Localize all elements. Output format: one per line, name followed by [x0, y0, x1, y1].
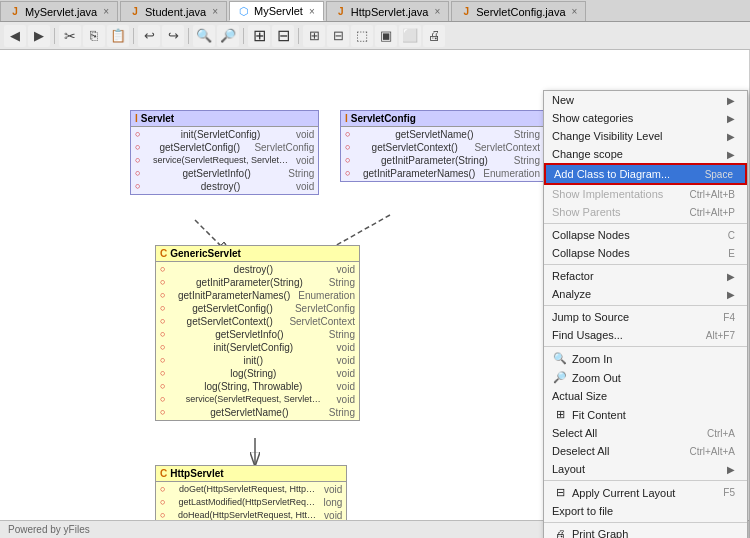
tab-label: Student.java — [145, 6, 206, 18]
remove-btn[interactable]: ⊟ — [272, 25, 294, 47]
sep2 — [133, 28, 134, 44]
tab-httpservlet-java[interactable]: J HttpServlet.java × — [326, 1, 450, 21]
select-btn[interactable]: ▣ — [375, 25, 397, 47]
menu-item-fit-content[interactable]: ⊞ Fit Content — [544, 405, 747, 424]
java-icon: J — [335, 6, 347, 18]
menu-item-add-class[interactable]: Add Class to Diagram... Space — [544, 163, 747, 185]
menu-item-visibility[interactable]: Change Visibility Level ▶ — [544, 127, 747, 145]
genericservlet-class-name: GenericServlet — [170, 248, 241, 259]
menu-item-print-graph[interactable]: 🖨 Print Graph — [544, 525, 747, 538]
menu-item-actual-size[interactable]: Actual Size — [544, 387, 747, 405]
tab-student-java[interactable]: J Student.java × — [120, 1, 227, 21]
cut-btn[interactable]: ✂ — [59, 25, 81, 47]
tab-label: MyServlet.java — [25, 6, 97, 18]
method-row: ○ getServletName() String — [345, 128, 540, 141]
zoom-out-icon: 🔎 — [552, 371, 568, 384]
method-row: ○ getInitParameterNames() Enumeration — [160, 289, 355, 302]
submenu-arrow: ▶ — [727, 95, 735, 106]
method-row: ○ getLastModified(HttpServletReq… long — [160, 496, 342, 509]
menu-item-show-categories[interactable]: Show categories ▶ — [544, 109, 747, 127]
menu-sep-2 — [544, 264, 747, 265]
menu-item-collapse[interactable]: Collapse Nodes C — [544, 226, 747, 244]
servletconfig-header: I ServletConfig — [341, 111, 544, 127]
pointer-btn[interactable]: ⬜ — [399, 25, 421, 47]
menu-item-show-parents: Show Parents Ctrl+Alt+P — [544, 203, 747, 221]
undo-btn[interactable]: ↩ — [138, 25, 160, 47]
method-row: ○ getServletContext() ServletContext — [345, 141, 540, 154]
menu-item-layout[interactable]: Layout ▶ — [544, 460, 747, 478]
tab-close[interactable]: × — [434, 6, 440, 17]
menu-item-apply-layout[interactable]: ⊟ Apply Current Layout F5 — [544, 483, 747, 502]
menu-item-export[interactable]: Export to file — [544, 502, 747, 520]
paste-btn[interactable]: 📋 — [107, 25, 129, 47]
method-row: ○ log(String) void — [160, 367, 355, 380]
menu-item-expand[interactable]: Collapse Nodes E — [544, 244, 747, 262]
menu-item-show-impl: Show Implementations Ctrl+Alt+B — [544, 185, 747, 203]
back-btn[interactable]: ◀ — [4, 25, 26, 47]
fit-icon: ⊞ — [552, 408, 568, 421]
tab-bar: J MyServlet.java × J Student.java × ⬡ My… — [0, 0, 750, 22]
servletconfig-class-name: ServletConfig — [351, 113, 416, 124]
method-row: ○ getServletConfig() ServletConfig — [135, 141, 314, 154]
menu-item-zoom-in[interactable]: 🔍 Zoom In — [544, 349, 747, 368]
tab-myservlet-java[interactable]: J MyServlet.java × — [0, 1, 118, 21]
httpservlet-class-name: HttpServlet — [170, 468, 223, 479]
sep4 — [243, 28, 244, 44]
method-row: ○ service(ServletRequest, Servlet… void — [135, 154, 314, 167]
add-btn[interactable]: ⊞ — [248, 25, 270, 47]
servletconfig-node: I ServletConfig ○ getServletName() Strin… — [340, 110, 545, 182]
app-window: J MyServlet.java × J Student.java × ⬡ My… — [0, 0, 750, 538]
menu-item-new[interactable]: New ▶ — [544, 91, 747, 109]
fit-btn[interactable]: ⬚ — [351, 25, 373, 47]
method-row: ○ getInitParameter(String) String — [345, 154, 540, 167]
method-row: ○ init(ServletConfig) void — [135, 128, 314, 141]
method-row: ○ log(String, Throwable) void — [160, 380, 355, 393]
menu-item-refactor[interactable]: Refactor ▶ — [544, 267, 747, 285]
grid-btn[interactable]: ⊞ — [303, 25, 325, 47]
servlet-node: I Servlet ○ init(ServletConfig) void ○ g… — [130, 110, 319, 195]
tab-label: ServletConfig.java — [476, 6, 565, 18]
genericservlet-node: C GenericServlet ○ destroy() void ○ getI… — [155, 245, 360, 421]
print-btn[interactable]: 🖨 — [423, 25, 445, 47]
method-row: ○ getInitParameterNames() Enumeration — [345, 167, 540, 180]
tab-myservlet-diagram[interactable]: ⬡ MyServlet × — [229, 1, 324, 21]
tab-close[interactable]: × — [103, 6, 109, 17]
java-icon: J — [9, 6, 21, 18]
layout-btn[interactable]: ⊟ — [327, 25, 349, 47]
redo-btn[interactable]: ↪ — [162, 25, 184, 47]
forward-btn[interactable]: ▶ — [28, 25, 50, 47]
method-row: ○ doGet(HttpServletRequest, Http… void — [160, 483, 342, 496]
tab-servletconfig-java[interactable]: J ServletConfig.java × — [451, 1, 586, 21]
method-row: ○ getInitParameter(String) String — [160, 276, 355, 289]
menu-item-find-usages[interactable]: Find Usages... Alt+F7 — [544, 326, 747, 344]
submenu-arrow: ▶ — [727, 113, 735, 124]
sep3 — [188, 28, 189, 44]
zoom-out-btn[interactable]: 🔎 — [217, 25, 239, 47]
menu-item-zoom-out[interactable]: 🔎 Zoom Out — [544, 368, 747, 387]
tab-label: MyServlet — [254, 5, 303, 17]
zoom-in-icon: 🔍 — [552, 352, 568, 365]
menu-item-deselect-all[interactable]: Deselect All Ctrl+Alt+A — [544, 442, 747, 460]
menu-item-scope[interactable]: Change scope ▶ — [544, 145, 747, 163]
method-row: ○ getServletName() String — [160, 406, 355, 419]
tab-close[interactable]: × — [572, 6, 578, 17]
zoom-in-btn[interactable]: 🔍 — [193, 25, 215, 47]
tab-close[interactable]: × — [309, 6, 315, 17]
java-icon: J — [460, 6, 472, 18]
genericservlet-body: ○ destroy() void ○ getInitParameter(Stri… — [156, 262, 359, 420]
print-icon: 🖨 — [552, 528, 568, 538]
menu-item-jump-source[interactable]: Jump to Source F4 — [544, 308, 747, 326]
status-text: Powered by yFiles — [8, 524, 90, 535]
sep1 — [54, 28, 55, 44]
genericservlet-header: C GenericServlet — [156, 246, 359, 262]
menu-item-analyze[interactable]: Analyze ▶ — [544, 285, 747, 303]
menu-item-select-all[interactable]: Select All Ctrl+A — [544, 424, 747, 442]
method-row: ○ init() void — [160, 354, 355, 367]
method-row: ○ getServletInfo() String — [160, 328, 355, 341]
copy-btn[interactable]: ⎘ — [83, 25, 105, 47]
method-row: ○ getServletConfig() ServletConfig — [160, 302, 355, 315]
tab-close[interactable]: × — [212, 6, 218, 17]
toolbar: ◀ ▶ ✂ ⎘ 📋 ↩ ↪ 🔍 🔎 ⊞ ⊟ ⊞ ⊟ ⬚ ▣ ⬜ 🖨 — [0, 22, 750, 50]
servlet-class-name: Servlet — [141, 113, 174, 124]
servlet-header: I Servlet — [131, 111, 318, 127]
